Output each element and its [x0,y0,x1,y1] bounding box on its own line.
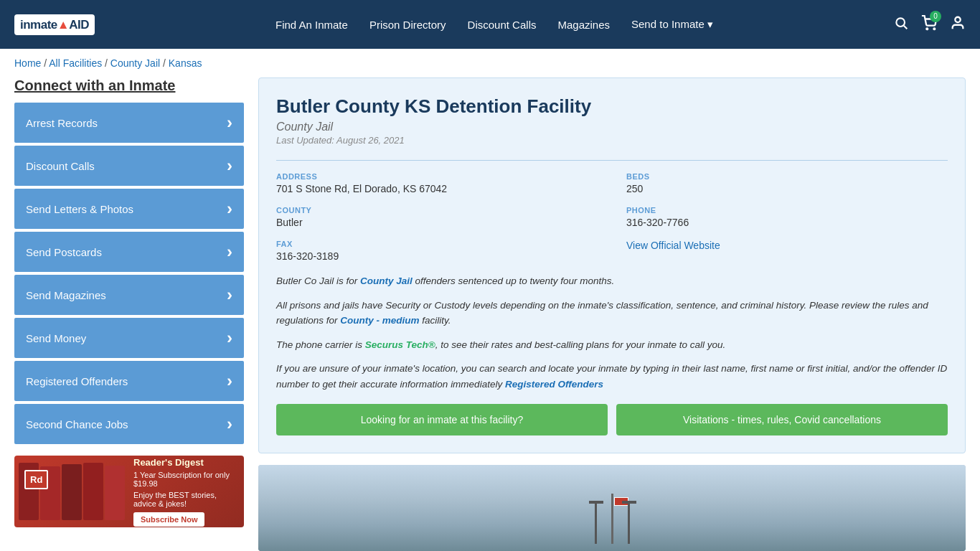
sidebar-item-registered-offenders[interactable]: Registered Offenders [14,361,244,401]
action-buttons: Looking for an inmate at this facility? … [276,404,948,435]
detail-beds: BEDS 250 [626,172,948,194]
fax-label: FAX [276,240,598,248]
address-value: 701 S Stone Rd, El Dorado, KS 67042 [276,183,598,194]
sidebar-item-label: Send Money [26,332,86,344]
ad-description: 1 Year Subscription for only $19.98 [133,471,235,488]
facility-details: ADDRESS 701 S Stone Rd, El Dorado, KS 67… [276,160,948,262]
ad-content: Reader's Digest 1 Year Subscription for … [125,456,244,527]
sidebar-item-label: Arrest Records [26,117,98,129]
svg-line-1 [904,25,908,29]
beds-value: 250 [626,183,948,194]
phone-value: 316-320-7766 [626,217,948,228]
sidebar-item-send-postcards[interactable]: Send Postcards [14,232,244,272]
detail-county: COUNTY Butler [276,206,598,228]
description-2: All prisons and jails have Security or C… [276,298,948,329]
chevron-right-icon [227,285,232,305]
chevron-right-icon [227,371,232,391]
building-silhouette [595,494,630,551]
facility-updated: Last Updated: August 26, 2021 [276,135,948,146]
detail-address: ADDRESS 701 S Stone Rd, El Dorado, KS 67… [276,172,598,194]
address-label: ADDRESS [276,172,598,181]
sidebar-item-label: Discount Calls [26,160,95,172]
chevron-right-icon [227,328,232,348]
phone-label: PHONE [626,206,948,215]
light-pole-right [628,501,630,544]
facility-name: Butler County KS Detention Facility [276,95,948,118]
ad-subscribe-button[interactable]: Subscribe Now [133,512,204,527]
site-header: inmate▲AID Find An Inmate Prison Directo… [0,0,980,49]
svg-point-3 [933,28,935,29]
sidebar-item-arrest-records[interactable]: Arrest Records [14,103,244,143]
registered-offenders-link[interactable]: Registered Offenders [505,379,603,390]
breadcrumb-sep3: / [163,57,169,69]
ad-tagline: Enjoy the BEST stories, advice & jokes! [133,491,235,508]
chevron-right-icon [227,414,232,434]
nav-discount-calls[interactable]: Discount Calls [468,19,537,31]
logo-text: inmate▲AID [20,17,89,32]
nav-send-to-inmate[interactable]: Send to Inmate ▾ [631,18,713,31]
visitations-button[interactable]: Visitations - times, rules, Covid cancel… [616,404,948,435]
description-4: If you are unsure of your inmate's locat… [276,361,948,392]
breadcrumb-home[interactable]: Home [14,57,41,69]
detail-col-right: BEDS 250 PHONE 316-320-7766 View Officia… [626,172,948,262]
sidebar-menu: Arrest Records Discount Calls Send Lette… [14,103,244,444]
main-layout: Connect with an Inmate Arrest Records Di… [0,77,980,551]
content-area: Butler County KS Detention Facility Coun… [258,77,966,551]
chevron-right-icon [227,199,232,219]
county-label: COUNTY [276,206,598,215]
sidebar-item-label: Registered Offenders [26,375,128,387]
beds-label: BEDS [626,172,948,181]
chevron-right-icon [227,156,232,176]
breadcrumb-kansas[interactable]: Kansas [169,57,202,69]
user-icon[interactable] [950,15,966,34]
facility-description: Butler Co Jail is for County Jail offend… [276,273,948,392]
breadcrumb-all-facilities[interactable]: All Facilities [49,57,102,69]
sidebar-item-send-letters-photos[interactable]: Send Letters & Photos [14,189,244,229]
county-jail-link-1[interactable]: County Jail [360,276,413,286]
detail-fax: FAX 316-320-3189 [276,240,598,262]
facility-image [258,465,966,551]
sidebar: Connect with an Inmate Arrest Records Di… [14,77,244,527]
county-value: Butler [276,217,598,228]
svg-point-2 [926,28,928,29]
sidebar-ad[interactable]: Rd Reader's Digest 1 Year Subscription f… [14,456,244,527]
search-icon[interactable] [894,16,908,34]
sidebar-item-label: Second Chance Jobs [26,418,128,430]
svg-point-0 [896,18,905,27]
main-nav: Find An Inmate Prison Directory Discount… [95,18,894,31]
sidebar-item-send-magazines[interactable]: Send Magazines [14,275,244,315]
sidebar-title: Connect with an Inmate [14,77,244,94]
looking-for-inmate-button[interactable]: Looking for an inmate at this facility? [276,404,608,435]
sidebar-item-second-chance-jobs[interactable]: Second Chance Jobs [14,404,244,444]
sidebar-item-label: Send Magazines [26,289,106,301]
breadcrumb: Home / All Facilities / County Jail / Ka… [0,49,980,77]
detail-website: View Official Website [626,240,948,251]
nav-magazines[interactable]: Magazines [557,19,610,31]
cart-badge: 0 [930,11,941,22]
nav-prison-directory[interactable]: Prison Directory [369,19,446,31]
logo-area: inmate▲AID [14,14,95,35]
ad-title: Reader's Digest [133,457,235,468]
sidebar-item-label: Send Letters & Photos [26,203,133,215]
nav-find-inmate[interactable]: Find An Inmate [275,19,348,31]
fax-value: 316-320-3189 [276,250,598,262]
facility-card: Butler County KS Detention Facility Coun… [258,77,966,453]
breadcrumb-county-jail[interactable]: County Jail [110,57,160,69]
sidebar-item-discount-calls[interactable]: Discount Calls [14,146,244,186]
breadcrumb-sep2: / [105,57,110,69]
logo[interactable]: inmate▲AID [14,14,95,35]
detail-col-left: ADDRESS 701 S Stone Rd, El Dorado, KS 67… [276,172,598,262]
securus-tech-link[interactable]: Securus Tech® [365,339,435,350]
facility-type: County Jail [276,121,948,133]
chevron-right-icon [227,113,232,133]
sidebar-item-send-money[interactable]: Send Money [14,318,244,358]
svg-point-4 [955,17,960,22]
website-link[interactable]: View Official Website [626,240,720,251]
sidebar-item-label: Send Postcards [26,246,102,258]
description-1: Butler Co Jail is for County Jail offend… [276,273,948,289]
county-medium-link[interactable]: County - medium [340,315,419,326]
chevron-right-icon [227,242,232,262]
light-pole-left [595,501,597,544]
cart-icon[interactable]: 0 [921,15,937,34]
flag-pole [611,494,613,544]
